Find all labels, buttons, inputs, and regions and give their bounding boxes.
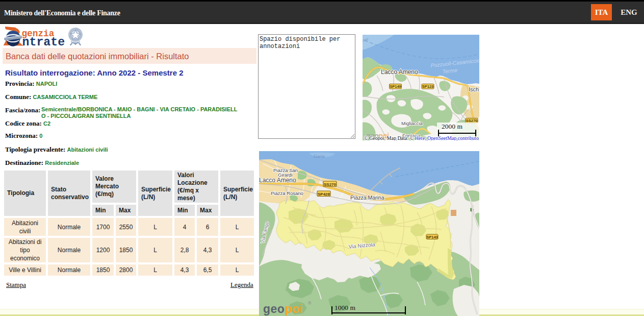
svg-text:Lacco Ameno: Lacco Ameno xyxy=(259,177,296,184)
svg-text:SP143: SP143 xyxy=(426,235,438,239)
svg-text:SS270: SS270 xyxy=(324,182,337,187)
svg-text:SP428: SP428 xyxy=(318,192,330,197)
svg-text:Migliaccia: Migliaccia xyxy=(401,120,423,126)
svg-text:© Geopoi, Map Data: © Here, Op: © Geopoi, Map Data: © Here, OpenSeetMap … xyxy=(364,135,479,141)
svg-text:1000 m: 1000 m xyxy=(334,304,355,311)
svg-text:SS270: SS270 xyxy=(466,118,478,123)
svg-text:Lacco Ameno: Lacco Ameno xyxy=(381,68,418,76)
svg-text:2000 m: 2000 m xyxy=(442,123,462,130)
svg-text:ntrate: ntrate xyxy=(22,36,65,47)
svg-text:Isch: Isch xyxy=(469,86,479,92)
svg-text:®: ® xyxy=(308,301,312,306)
svg-text:Gaeta: Gaeta xyxy=(314,154,325,159)
svg-text:geopoi: geopoi xyxy=(263,302,303,315)
svg-text:SP149: SP149 xyxy=(390,84,401,89)
svg-text:Piazza Marina: Piazza Marina xyxy=(350,195,384,201)
svg-text:Piazza Rosario: Piazza Rosario xyxy=(271,190,303,196)
svg-text:SP123: SP123 xyxy=(422,84,434,89)
